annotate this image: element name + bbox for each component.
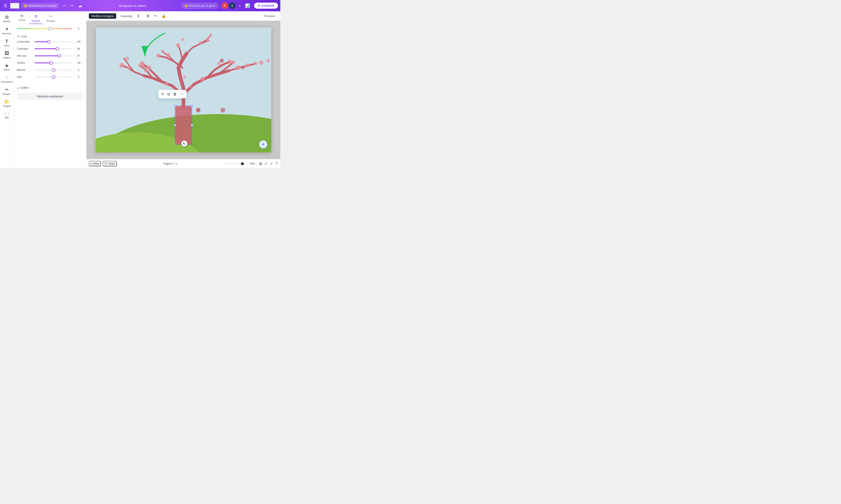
svg-point-22 bbox=[166, 53, 171, 57]
reset-button[interactable]: Ripristina regolazioni bbox=[17, 93, 83, 100]
zoom-area: 93% bbox=[224, 162, 257, 165]
sidebar-item-modelli[interactable]: ⊞ Modelli bbox=[1, 13, 13, 24]
colore-icon: ⟁ bbox=[17, 86, 19, 90]
svg-point-26 bbox=[209, 34, 212, 37]
svg-point-31 bbox=[236, 65, 240, 70]
regola-tab-icon: ⚙ bbox=[34, 14, 37, 19]
document-title: Disegnare un albero bbox=[85, 4, 179, 7]
svg-point-24 bbox=[181, 38, 184, 41]
ombre-row: Ombre -18 bbox=[17, 61, 83, 65]
avatar-z[interactable]: Z bbox=[229, 2, 235, 9]
canvas-bg: ↻ ⧉ 🗑 ··· ↻ ✦ bbox=[96, 28, 271, 152]
svg-point-18 bbox=[147, 66, 151, 70]
contrasto-label: Contrasto bbox=[17, 47, 33, 50]
bianchi-value[interactable]: 0 bbox=[74, 68, 83, 72]
sidebar-item-caricamenti[interactable]: ↑ Caricamenti bbox=[1, 73, 13, 85]
neri-value[interactable]: 0 bbox=[74, 75, 83, 79]
svg-point-8 bbox=[191, 124, 193, 126]
temperature-slider-thumb[interactable] bbox=[48, 27, 52, 31]
crop-button[interactable]: ✂ bbox=[152, 13, 159, 19]
context-delete-button[interactable]: 🗑 bbox=[173, 92, 177, 97]
ombre-thumb[interactable] bbox=[50, 61, 53, 65]
sidebar-item-elementi[interactable]: ✦ Elementi bbox=[1, 25, 13, 36]
contrasto-value[interactable]: 49 bbox=[74, 47, 83, 51]
zoom-percent: 93% bbox=[250, 162, 257, 165]
bianchi-track bbox=[35, 70, 72, 70]
ritaglia-tab-icon: ✂ bbox=[49, 14, 52, 19]
analytics-icon[interactable]: 📊 bbox=[244, 2, 251, 9]
bianchi-row: Bianchi 0 bbox=[17, 68, 83, 72]
help-button[interactable]: ? bbox=[275, 161, 278, 166]
avatar-f[interactable]: F bbox=[222, 2, 228, 9]
ombre-value[interactable]: -18 bbox=[74, 61, 83, 65]
tab-regola[interactable]: ⚙ Regola bbox=[29, 13, 42, 24]
luminosita-thumb[interactable] bbox=[47, 40, 50, 43]
bianchi-thumb[interactable] bbox=[52, 68, 55, 72]
canvas-wrapper[interactable]: ↻ ⧉ 🗑 ··· ↻ ✦ bbox=[86, 21, 280, 159]
sidebar-item-disegno[interactable]: ✏ Disegno bbox=[1, 86, 13, 97]
capovolgi-button[interactable]: Capovolgi bbox=[118, 13, 135, 19]
sidebar-item-progetti[interactable]: 📁 Progetti bbox=[1, 97, 13, 109]
modifica-immagine-button[interactable]: Modifica immagine bbox=[89, 13, 116, 19]
posizione-button[interactable]: Posizione bbox=[261, 13, 278, 19]
magic-button[interactable]: ✦ bbox=[259, 140, 267, 148]
zoom-slider-track[interactable] bbox=[224, 163, 248, 164]
timer-icon: ⏱ bbox=[105, 162, 107, 165]
rotate-handle[interactable]: ↻ bbox=[181, 140, 188, 147]
panel-area: fx Effetti ⚙ Regola ✂ Ritaglia 0 ☀ Luce bbox=[14, 11, 86, 168]
svg-point-13 bbox=[119, 63, 124, 68]
context-rotate-button[interactable]: ↻ bbox=[161, 91, 165, 97]
resize-button[interactable]: 👑 Ridimensiona e converti bbox=[21, 3, 59, 8]
sidebar-item-testo[interactable]: T Testo bbox=[1, 37, 13, 48]
luminosita-track bbox=[35, 41, 72, 42]
pro-button[interactable]: 👑 Prova Pro per 14 giorni bbox=[181, 3, 219, 9]
timer-button[interactable]: ⏱ Timer bbox=[103, 161, 117, 166]
sidebar-item-app[interactable]: ⋮⋮ App bbox=[1, 110, 13, 120]
tab-ritaglia[interactable]: ✂ Ritaglia bbox=[44, 13, 57, 24]
contrasto-row: Contrasto 49 bbox=[17, 47, 83, 51]
contrasto-thumb[interactable] bbox=[56, 47, 59, 50]
undo-button[interactable]: ↩ bbox=[62, 3, 68, 9]
info-button[interactable]: ℹ bbox=[136, 13, 141, 19]
context-more-button[interactable]: ··· bbox=[179, 92, 184, 97]
sidebar-label-caricamenti: Caricamenti bbox=[1, 80, 13, 83]
context-copy-button[interactable]: ⧉ bbox=[167, 92, 170, 97]
sidebar-item-brand[interactable]: ◈ Brand bbox=[1, 61, 13, 73]
alte-luci-thumb[interactable] bbox=[58, 54, 61, 57]
ombre-slider-container bbox=[35, 61, 72, 65]
svg-point-46 bbox=[241, 66, 245, 69]
tab-effetti[interactable]: fx Effetti bbox=[16, 13, 28, 24]
zoom-slider-thumb[interactable] bbox=[241, 162, 244, 165]
alte-luci-slider-container bbox=[35, 54, 72, 58]
check-button[interactable]: ✓ bbox=[270, 161, 273, 166]
menu-icon[interactable]: ☰ bbox=[2, 2, 8, 9]
alte-luci-value[interactable]: 57 bbox=[74, 54, 83, 58]
svg-point-40 bbox=[201, 77, 205, 81]
grid-view-button[interactable]: ⊞ bbox=[259, 161, 262, 166]
colore-header: ⟁ Colore bbox=[17, 86, 83, 90]
luminosita-value[interactable]: -30 bbox=[74, 39, 83, 44]
contrasto-track bbox=[35, 48, 72, 49]
redo-button[interactable]: ↪ bbox=[69, 3, 75, 9]
progetti-icon: 📁 bbox=[4, 99, 10, 104]
note-button[interactable]: ≡ Note bbox=[89, 161, 101, 166]
add-collaborator-button[interactable]: ＋ bbox=[237, 2, 243, 9]
share-button[interactable]: ⬆ Condividi bbox=[254, 3, 278, 9]
panel-tabs: fx Effetti ⚙ Regola ✂ Ritaglia bbox=[14, 11, 86, 24]
fullscreen-button[interactable]: ⤢ bbox=[264, 161, 268, 166]
grid-button[interactable]: ⊞ bbox=[145, 13, 151, 19]
neri-track bbox=[35, 77, 72, 77]
colore-label: Colore bbox=[20, 86, 29, 89]
alte-luci-row: Alte luci 57 bbox=[17, 54, 83, 58]
sidebar-item-galleria[interactable]: 🖼 Galleria bbox=[1, 49, 13, 60]
svg-point-34 bbox=[259, 60, 263, 65]
left-sidebar: ⊞ Modelli ✦ Elementi T Testo 🖼 Galleria … bbox=[0, 11, 14, 168]
svg-point-41 bbox=[217, 62, 221, 66]
lock-button[interactable]: 🔒 bbox=[160, 13, 168, 19]
cloud-button[interactable]: ☁ bbox=[76, 2, 84, 9]
temperature-value[interactable]: 0 bbox=[74, 26, 83, 31]
neri-thumb[interactable] bbox=[52, 75, 55, 79]
sidebar-label-modelli: Modelli bbox=[3, 20, 10, 22]
neri-row: Neri 0 bbox=[17, 75, 83, 79]
file-button[interactable]: File bbox=[10, 3, 19, 9]
